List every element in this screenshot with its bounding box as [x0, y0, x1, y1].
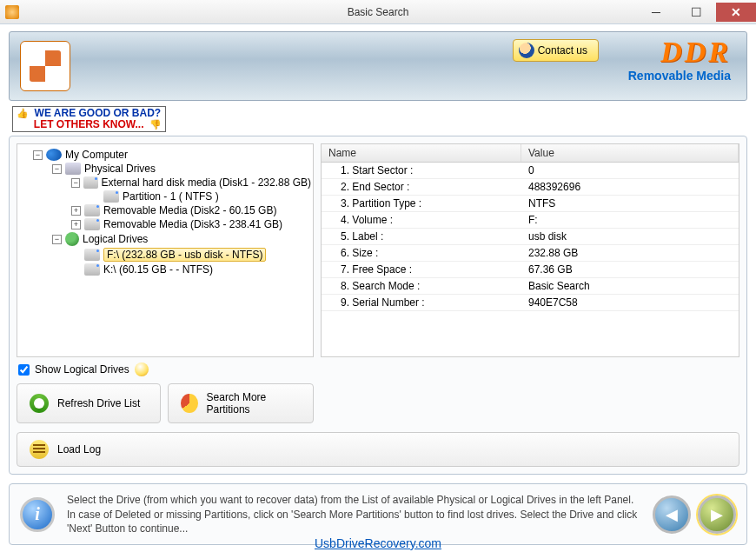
collapse-icon[interactable]: −	[71, 178, 80, 188]
prop-name: 6. Size :	[322, 245, 521, 261]
prop-name: 8. Search Mode :	[322, 278, 521, 294]
next-button[interactable]: ▶	[698, 495, 736, 534]
maximize-button[interactable]: ☐	[676, 3, 716, 22]
refresh-drive-list-button[interactable]: Refresh Drive List	[17, 383, 161, 423]
window-title: Basic Search	[348, 6, 409, 18]
prop-name: 1. Start Sector :	[322, 163, 521, 178]
prop-value: 940E7C58	[521, 295, 739, 310]
refresh-icon	[30, 394, 49, 413]
grid-row[interactable]: 1. Start Sector :0	[322, 163, 739, 179]
tree-disk2[interactable]: + Removable Media (Disk2 - 60.15 GB)	[17, 203, 313, 217]
prop-name: 5. Label :	[322, 229, 521, 244]
prop-value: 488392696	[521, 179, 739, 195]
prop-name: 2. End Sector :	[322, 179, 521, 195]
prop-value: usb disk	[521, 229, 739, 244]
drive-icon	[84, 249, 100, 261]
tree-disk3[interactable]: + Removable Media (Disk3 - 238.41 GB)	[17, 217, 313, 231]
log-icon	[30, 440, 49, 459]
close-button[interactable]: ✕	[716, 3, 756, 22]
tree-logical-drives[interactable]: − Logical Drives	[17, 231, 313, 247]
contact-label: Contact us	[538, 44, 587, 57]
app-icon	[5, 5, 19, 19]
minimize-button[interactable]: ─	[636, 3, 676, 22]
grid-row[interactable]: 4. Volume :F:	[322, 212, 739, 229]
main-panel: − My Computer − Physical Drives − Extern…	[9, 136, 747, 475]
grid-row[interactable]: 6. Size :232.88 GB	[322, 245, 739, 262]
footer-link[interactable]: UsbDriveRecovery.com	[315, 536, 441, 550]
column-header-value[interactable]: Value	[521, 144, 739, 162]
drive-icon	[83, 176, 97, 189]
tree-physical-drives[interactable]: − Physical Drives	[17, 162, 313, 176]
header-banner: Contact us DDR Removable Media	[9, 31, 747, 101]
collapse-icon[interactable]: −	[33, 150, 43, 160]
pie-icon	[181, 394, 198, 413]
tree-disk1-partition[interactable]: Partition - 1 ( NTFS )	[17, 190, 313, 203]
drive-icon	[84, 263, 100, 276]
search-more-partitions-button[interactable]: Search More Partitions	[168, 383, 314, 423]
tree-my-computer[interactable]: − My Computer	[17, 148, 313, 162]
tree-disk1[interactable]: − External hard disk media (Disk1 - 232.…	[17, 176, 313, 190]
info-icon: i	[20, 497, 55, 532]
show-logical-checkbox[interactable]	[18, 364, 30, 376]
prop-value: 232.88 GB	[521, 245, 739, 261]
drive-tree[interactable]: − My Computer − Physical Drives − Extern…	[17, 143, 314, 357]
collapse-icon[interactable]: −	[52, 235, 62, 244]
prop-value: Basic Search	[521, 278, 739, 294]
grid-row[interactable]: 2. End Sector :488392696	[322, 179, 739, 196]
back-button[interactable]: ◀	[653, 495, 691, 534]
prop-name: 4. Volume :	[322, 212, 521, 228]
properties-grid: Name Value 1. Start Sector :02. End Sect…	[321, 143, 739, 357]
drive-icon	[84, 218, 100, 230]
feedback-badge[interactable]: 👍 WE ARE GOOD OR BAD? LET OTHERS KNOW...…	[12, 106, 166, 132]
prop-name: 3. Partition Type :	[322, 196, 521, 211]
tree-drive-f[interactable]: F:\ (232.88 GB - usb disk - NTFS)	[17, 247, 313, 263]
show-logical-label: Show Logical Drives	[35, 363, 129, 376]
expand-icon[interactable]: +	[71, 206, 81, 216]
grid-row[interactable]: 3. Partition Type :NTFS	[322, 196, 739, 212]
prop-value: 0	[521, 163, 739, 178]
grid-row[interactable]: 8. Search Mode :Basic Search	[322, 278, 739, 295]
partition-icon	[103, 190, 119, 203]
category-icon	[65, 163, 81, 175]
grid-row[interactable]: 5. Label :usb disk	[322, 229, 739, 245]
expand-icon[interactable]: +	[71, 220, 81, 229]
brand-title: DDR	[628, 36, 731, 69]
prop-value: 67.36 GB	[521, 262, 739, 277]
tree-drive-k[interactable]: K:\ (60.15 GB - - NTFS)	[17, 263, 313, 276]
grid-row[interactable]: 7. Free Space :67.36 GB	[322, 262, 739, 278]
contact-icon	[519, 43, 534, 58]
grid-row[interactable]: 9. Serial Number :940E7C58	[322, 295, 739, 311]
prop-name: 9. Serial Number :	[322, 295, 521, 310]
collapse-icon[interactable]: −	[52, 164, 62, 174]
computer-icon	[46, 149, 62, 161]
prop-value: F:	[521, 212, 739, 228]
contact-us-button[interactable]: Contact us	[513, 39, 599, 62]
title-bar: Basic Search ─ ☐ ✕	[0, 0, 756, 24]
column-header-name[interactable]: Name	[322, 144, 521, 162]
prop-name: 7. Free Space :	[322, 262, 521, 277]
load-log-button[interactable]: Load Log	[17, 432, 739, 467]
drive-icon	[84, 204, 100, 216]
prop-value: NTFS	[521, 196, 739, 211]
app-logo	[20, 41, 70, 91]
hint-icon[interactable]	[135, 362, 149, 376]
logical-icon	[65, 232, 79, 246]
brand-subtitle: Removable Media	[628, 69, 731, 83]
info-text: Select the Drive (from which you want to…	[67, 493, 640, 535]
